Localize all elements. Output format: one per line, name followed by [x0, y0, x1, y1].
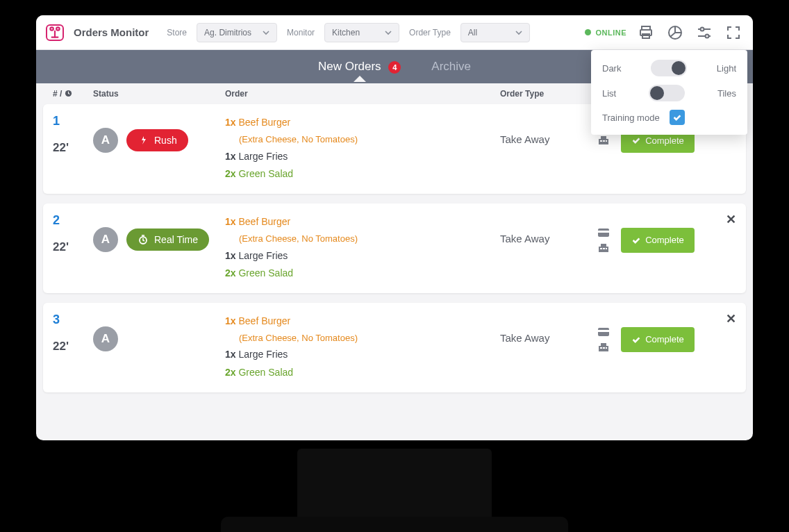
tab-new-orders[interactable]: New Orders 4 — [317, 60, 402, 74]
line-qty: 2x — [225, 168, 238, 179]
training-checkbox[interactable] — [670, 110, 685, 125]
line-name: Beef Burger — [238, 117, 290, 128]
chevron-down-icon — [263, 29, 269, 36]
order-time: 22' — [53, 240, 93, 254]
order-time: 22' — [53, 141, 93, 155]
line-name: Large Fries — [238, 250, 288, 261]
tab-archive[interactable]: Archive — [430, 60, 472, 74]
chevron-down-icon — [515, 29, 522, 36]
ordertype-value: All — [468, 28, 477, 38]
app-logo-icon — [46, 24, 64, 41]
line-qty: 2x — [225, 267, 238, 279]
order-list: ✕122'ARush1x Beef Burger(Extra Cheese, N… — [36, 104, 753, 392]
col-status: Status — [93, 89, 225, 99]
online-status: ONLINE — [585, 28, 626, 37]
check-icon — [631, 335, 641, 344]
order-time: 22' — [53, 340, 93, 354]
line-qty: 1x — [225, 349, 238, 360]
order-type: Take Away — [500, 114, 597, 145]
svg-rect-28 — [606, 347, 607, 349]
training-label: Training mode — [602, 113, 660, 123]
line-qty: 1x — [225, 315, 238, 326]
line-name: Beef Burger — [238, 216, 290, 227]
list-label: List — [602, 88, 616, 99]
store-select[interactable]: Ag. Dimitrios — [197, 23, 277, 42]
monitor-stand — [297, 449, 492, 532]
dismiss-order-button[interactable]: ✕ — [726, 311, 736, 326]
line-name: Green Salad — [238, 267, 293, 279]
svg-rect-23 — [598, 330, 609, 332]
order-lines: 1x Beef Burger(Extra Cheese, No Tomatoes… — [225, 114, 500, 183]
line-qty: 1x — [225, 117, 238, 128]
print-icon[interactable] — [636, 24, 656, 41]
ordertype-label: Order Type — [409, 28, 451, 38]
mini-icons — [597, 227, 610, 253]
card-icon — [597, 326, 610, 338]
order-line: 1x Beef Burger — [225, 114, 500, 131]
topbar: Orders Monitor Store Ag. Dimitrios Monit… — [36, 15, 753, 50]
store-label: Store — [167, 28, 187, 38]
order-line: 1x Large Fries — [225, 346, 500, 363]
theme-toggle[interactable] — [651, 60, 687, 76]
order-number: 2 — [53, 213, 93, 228]
order-lines: 1x Beef Burger(Extra Cheese, No Tomatoes… — [225, 313, 500, 381]
svg-rect-10 — [601, 136, 606, 139]
order-line: 1x Beef Burger — [225, 213, 500, 231]
fullscreen-icon[interactable] — [724, 24, 743, 41]
line-name: Beef Burger — [238, 315, 290, 326]
svg-rect-12 — [603, 140, 605, 142]
check-icon — [631, 235, 641, 245]
order-number: 3 — [53, 313, 93, 327]
register-icon — [597, 342, 610, 353]
order-line: 1x Beef Burger — [225, 313, 500, 330]
register-icon — [597, 135, 610, 146]
order-lines: 1x Beef Burger(Extra Cheese, No Tomatoes… — [225, 213, 500, 282]
order-line: 2x Green Salad — [225, 364, 500, 381]
status-text: ONLINE — [595, 28, 626, 37]
svg-rect-13 — [606, 140, 607, 142]
chart-icon[interactable] — [665, 24, 685, 41]
order-card: ✕322'A1x Beef Burger(Extra Cheese, No To… — [43, 303, 746, 392]
complete-button[interactable]: Complete — [621, 327, 695, 352]
order-card: ✕222'AReal Time1x Beef Burger(Extra Chee… — [43, 203, 746, 293]
line-modifiers: (Extra Cheese, No Tomatoes) — [225, 231, 500, 247]
complete-button[interactable]: Complete — [621, 228, 695, 253]
check-icon — [631, 135, 641, 145]
line-qty: 1x — [225, 216, 238, 227]
running-icon — [138, 135, 149, 146]
line-qty: 1x — [225, 250, 238, 261]
tab-new-label: New Orders — [318, 60, 381, 73]
dismiss-order-button[interactable]: ✕ — [726, 212, 736, 227]
clock-icon — [65, 90, 72, 97]
status-dot-icon — [585, 29, 591, 35]
card-icon — [597, 227, 610, 238]
monitor-label: Monitor — [287, 28, 315, 38]
monitor-value: Kitchen — [332, 28, 360, 38]
svg-rect-21 — [606, 248, 607, 249]
ordertype-select[interactable]: All — [460, 23, 530, 42]
settings-sliders-icon[interactable] — [695, 24, 714, 41]
store-value: Ag. Dimitrios — [204, 28, 251, 38]
monitor-select[interactable]: Kitchen — [324, 23, 399, 42]
svg-rect-20 — [603, 248, 605, 249]
dark-label: Dark — [602, 63, 621, 74]
avatar: A — [93, 326, 118, 351]
light-label: Light — [717, 63, 736, 74]
order-type: Take Away — [500, 313, 597, 344]
order-type: Take Away — [500, 213, 597, 244]
svg-rect-11 — [600, 140, 602, 142]
line-qty: 2x — [225, 367, 238, 378]
svg-point-1 — [56, 27, 59, 30]
order-line: 1x Large Fries — [225, 148, 500, 165]
svg-rect-25 — [601, 343, 606, 346]
pill-label: Real Time — [154, 234, 198, 245]
avatar: A — [93, 227, 118, 252]
stopwatch-icon — [138, 234, 149, 245]
mini-icons — [597, 326, 610, 353]
view-toggle[interactable] — [649, 85, 685, 101]
line-modifiers: (Extra Cheese, No Tomatoes) — [225, 131, 500, 147]
svg-rect-26 — [600, 347, 602, 349]
svg-point-7 — [706, 34, 709, 38]
line-name: Green Salad — [238, 168, 293, 179]
col-number: # / — [53, 89, 93, 99]
